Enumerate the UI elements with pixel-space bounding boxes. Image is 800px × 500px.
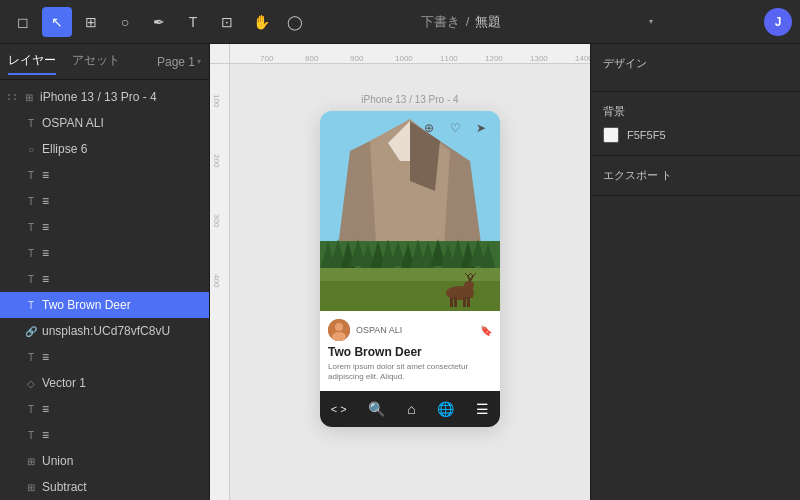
ruler-vmark: 100 bbox=[212, 94, 221, 107]
profile-name: OSPAN ALI bbox=[356, 325, 474, 335]
draft-label: 下書き bbox=[421, 13, 460, 31]
layer-iphone13-4[interactable]: ⊞ iPhone 13 / 13 Pro - 4 bbox=[0, 84, 209, 110]
layer-two-brown-deer[interactable]: T Two Brown Deer bbox=[0, 292, 209, 318]
ruler-left: 100 200 300 400 bbox=[210, 64, 230, 500]
ruler-vmark: 300 bbox=[212, 214, 221, 227]
text-icon: T bbox=[24, 246, 38, 260]
tool-component[interactable]: ⊡ bbox=[212, 7, 242, 37]
ruler-mark: 1200 bbox=[485, 54, 503, 63]
nav-globe[interactable]: 🌐 bbox=[437, 401, 454, 417]
heart-button[interactable]: ♡ bbox=[444, 117, 466, 139]
ruler-mark: 1000 bbox=[395, 54, 413, 63]
page-selector[interactable]: Page 1 ▾ bbox=[157, 55, 201, 69]
tool-select[interactable]: ◻ bbox=[8, 7, 38, 37]
layer-t1[interactable]: T ≡ bbox=[0, 162, 209, 188]
nav-menu[interactable]: ☰ bbox=[476, 401, 489, 417]
design-label: デザイン bbox=[603, 56, 788, 71]
layer-t7[interactable]: T ≡ bbox=[0, 422, 209, 448]
link-icon: 🔗 bbox=[24, 324, 38, 338]
layer-label: Union bbox=[42, 454, 201, 468]
tab-layers[interactable]: レイヤー bbox=[8, 48, 56, 75]
nav-home[interactable]: ⌂ bbox=[407, 401, 415, 417]
canvas-area[interactable]: 700 800 900 1000 1100 1200 1300 1400 150… bbox=[210, 44, 590, 500]
tool-text[interactable]: T bbox=[178, 7, 208, 37]
phone-nav: < > 🔍 ⌂ 🌐 ☰ bbox=[320, 391, 500, 427]
text-icon: T bbox=[24, 272, 38, 286]
doc-name-input[interactable] bbox=[475, 14, 643, 29]
text-icon: T bbox=[24, 350, 38, 364]
layer-label: ≡ bbox=[42, 220, 201, 234]
nav-code[interactable]: < > bbox=[331, 403, 347, 415]
layer-t3[interactable]: T ≡ bbox=[0, 214, 209, 240]
phone-content: OSPAN ALI 🔖 Two Brown Deer Lorem ipsum d… bbox=[320, 311, 500, 391]
tool-pen[interactable]: ✒ bbox=[144, 7, 174, 37]
layer-label: unsplash:UCd78vfC8vU bbox=[42, 324, 201, 338]
layer-label: ≡ bbox=[42, 402, 201, 416]
layer-t4[interactable]: T ≡ bbox=[0, 240, 209, 266]
layer-lorem[interactable]: T ≡ bbox=[0, 266, 209, 292]
ruler-corner bbox=[210, 44, 230, 64]
tab-assets[interactable]: アセット bbox=[72, 48, 120, 75]
layer-label: OSPAN ALI bbox=[42, 116, 201, 130]
tool-hand[interactable]: ✋ bbox=[246, 7, 276, 37]
svg-rect-38 bbox=[467, 297, 470, 307]
layer-label: Ellipse 6 bbox=[42, 142, 201, 156]
design-section: デザイン bbox=[591, 44, 800, 92]
ruler-vmark: 400 bbox=[212, 274, 221, 287]
profile-row: OSPAN ALI 🔖 bbox=[328, 319, 492, 341]
layer-vector1[interactable]: ◇ Vector 1 bbox=[0, 370, 209, 396]
layer-t2[interactable]: T ≡ bbox=[0, 188, 209, 214]
profile-avatar bbox=[328, 319, 350, 341]
nav-search[interactable]: 🔍 bbox=[368, 401, 385, 417]
svg-rect-35 bbox=[450, 297, 453, 307]
layer-label: ≡ bbox=[42, 272, 201, 286]
phone-frame: ⊕ ♡ ➤ bbox=[320, 111, 500, 427]
svg-point-40 bbox=[335, 323, 343, 331]
photo-area bbox=[320, 111, 500, 311]
layer-label: ≡ bbox=[42, 246, 201, 260]
union-icon: ⊞ bbox=[24, 454, 38, 468]
layer-label: ≡ bbox=[42, 428, 201, 442]
layer-t6[interactable]: T ≡ bbox=[0, 396, 209, 422]
layer-ospan-ali[interactable]: T OSPAN ALI bbox=[0, 110, 209, 136]
bg-color-swatch[interactable] bbox=[603, 127, 619, 143]
tool-frame[interactable]: ⊞ bbox=[76, 7, 106, 37]
tool-cursor[interactable]: ↖ bbox=[42, 7, 72, 37]
layer-unsplash1[interactable]: 🔗 unsplash:UCd78vfC8vU bbox=[0, 318, 209, 344]
bg-section: 背景 F5F5F5 bbox=[591, 92, 800, 156]
ruler-mark: 900 bbox=[350, 54, 363, 63]
layer-t5[interactable]: T ≡ bbox=[0, 344, 209, 370]
ruler-mark: 1300 bbox=[530, 54, 548, 63]
text-icon: T bbox=[24, 194, 38, 208]
layer-subtract[interactable]: ⊞ Subtract bbox=[0, 474, 209, 500]
title-dropdown-arrow[interactable]: ▾ bbox=[649, 17, 653, 26]
layer-union[interactable]: ⊞ Union bbox=[0, 448, 209, 474]
export-label: エクスポー ト bbox=[603, 168, 788, 183]
text-icon: T bbox=[24, 220, 38, 234]
ruler-mark: 800 bbox=[305, 54, 318, 63]
text-icon: T bbox=[24, 428, 38, 442]
ruler-mark: 1400 bbox=[575, 54, 590, 63]
canvas-content[interactable]: iPhone 13 / 13 Pro - 4 ⊕ ♡ ➤ bbox=[230, 64, 590, 500]
bookmark-button[interactable]: 🔖 bbox=[480, 325, 492, 336]
layer-label: iPhone 13 / 13 Pro - 4 bbox=[40, 90, 201, 104]
left-sidebar: レイヤー アセット Page 1 ▾ ⊞ iPhone 13 / 13 Pro … bbox=[0, 44, 210, 500]
add-button[interactable]: ⊕ bbox=[418, 117, 440, 139]
bg-color-value: F5F5F5 bbox=[627, 129, 666, 141]
ruler-top: 700 800 900 1000 1100 1200 1300 1400 150… bbox=[230, 44, 590, 64]
user-avatar[interactable]: J bbox=[764, 8, 792, 36]
tool-circle[interactable]: ○ bbox=[110, 7, 140, 37]
scene-svg bbox=[320, 111, 500, 311]
tool-comment[interactable]: ◯ bbox=[280, 7, 310, 37]
ruler-mark: 1100 bbox=[440, 54, 458, 63]
layer-label: ≡ bbox=[42, 168, 201, 182]
layer-ellipse6[interactable]: ○ Ellipse 6 bbox=[0, 136, 209, 162]
phone-frame-label: iPhone 13 / 13 Pro - 4 bbox=[320, 94, 500, 105]
subtract-icon: ⊞ bbox=[24, 480, 38, 494]
phone-action-bar: ⊕ ♡ ➤ bbox=[418, 117, 492, 139]
layer-label: Subtract bbox=[42, 480, 201, 494]
share-button[interactable]: ➤ bbox=[470, 117, 492, 139]
phone-title: Two Brown Deer bbox=[328, 345, 492, 359]
sidebar-tabs: レイヤー アセット Page 1 ▾ bbox=[0, 44, 209, 80]
svg-rect-37 bbox=[463, 297, 466, 307]
